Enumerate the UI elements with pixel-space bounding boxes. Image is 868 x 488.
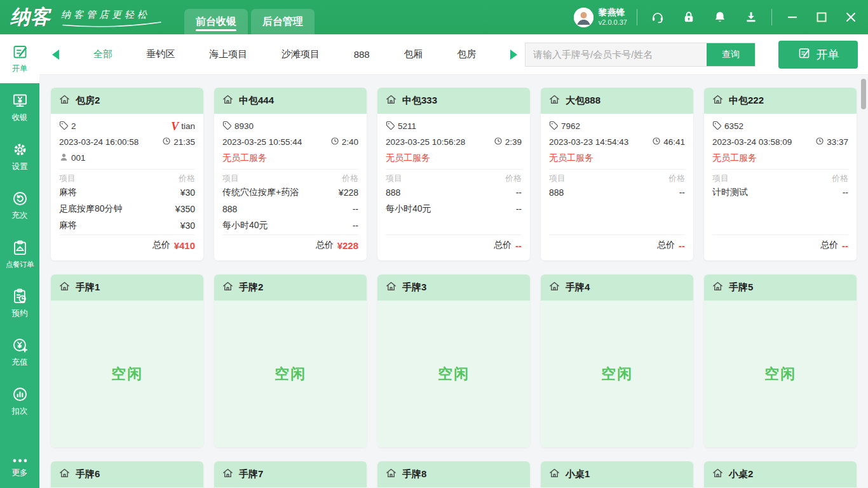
maximize-icon[interactable] bbox=[815, 10, 829, 24]
card-header: 手牌6 bbox=[51, 461, 203, 487]
tab-back-management[interactable]: 后台管理 bbox=[251, 9, 315, 34]
house-icon bbox=[712, 280, 724, 295]
room-card-idle[interactable]: 手牌2 空闲 bbox=[214, 274, 367, 447]
card-header: 手牌7 bbox=[214, 461, 367, 487]
service-warning: 无员工服务 bbox=[222, 150, 358, 166]
room-card-idle[interactable]: 手牌8 空闲 bbox=[377, 461, 530, 488]
sidebar-item-settings[interactable]: 设置 bbox=[0, 132, 39, 181]
house-icon bbox=[222, 93, 234, 108]
search-button[interactable]: 查询 bbox=[707, 43, 755, 66]
item-price: -- bbox=[353, 204, 358, 214]
slogan: 纳客管店更轻松 bbox=[61, 8, 163, 27]
room-card-idle[interactable]: 手牌1 空闲 bbox=[51, 274, 203, 447]
search-input[interactable] bbox=[526, 43, 707, 66]
room-card-idle[interactable]: 小桌2 空闲 bbox=[704, 461, 857, 488]
app-version: v2.0.0.37 bbox=[599, 18, 627, 27]
room-name: 手牌1 bbox=[76, 281, 100, 294]
user-account[interactable]: 黎燕锋 v2.0.0.37 bbox=[574, 7, 627, 27]
category-tab[interactable]: 垂钓区 bbox=[146, 48, 175, 60]
room-name: 大包888 bbox=[566, 95, 600, 107]
sidebar-item-label: 扣次 bbox=[12, 406, 28, 417]
tab-front-cashier[interactable]: 前台收银 bbox=[184, 9, 248, 34]
column-price: 价格 bbox=[179, 173, 195, 184]
category-tab[interactable]: 包房 bbox=[457, 48, 476, 60]
item-name: 足底按摩80分钟 bbox=[59, 203, 123, 215]
room-card-occupied[interactable]: 中包333 5211 2023-03-25 10:56:28 2:39 无员工服… bbox=[377, 88, 530, 261]
order-item-row: 麻将 ¥30 bbox=[59, 184, 195, 201]
category-tab[interactable]: 888 bbox=[354, 49, 370, 60]
scroll-right-icon[interactable] bbox=[510, 50, 517, 60]
item-name: 计时测试 bbox=[712, 187, 748, 198]
start-time: 2023-03-23 14:54:43 bbox=[549, 137, 628, 147]
scroll-left-icon[interactable] bbox=[52, 50, 59, 60]
top-up-icon bbox=[11, 337, 29, 354]
item-price: -- bbox=[843, 187, 848, 198]
house-icon bbox=[58, 93, 71, 108]
sidebar-item-recharge-times[interactable]: 充次 bbox=[0, 181, 39, 230]
room-name: 小桌1 bbox=[566, 468, 590, 480]
room-card-occupied[interactable]: 包房2 2 V tian 2023-03-24 16:00:58 21:35 bbox=[51, 88, 203, 261]
sidebar-item-open-bill[interactable]: 开单 bbox=[0, 34, 39, 83]
room-card-idle[interactable]: 手牌5 空闲 bbox=[704, 274, 857, 447]
item-price: -- bbox=[516, 187, 522, 198]
sidebar-item-label: 收银 bbox=[12, 112, 28, 123]
category-tab[interactable]: 沙滩项目 bbox=[281, 48, 320, 60]
category-tab[interactable]: 海上项目 bbox=[209, 48, 247, 60]
sidebar-item-more[interactable]: 更多 bbox=[0, 447, 39, 488]
room-card-idle[interactable]: 手牌3 空闲 bbox=[377, 274, 530, 447]
category-tab[interactable]: 包厢 bbox=[403, 48, 423, 60]
open-bill-button[interactable]: 开单 bbox=[778, 41, 858, 69]
sidebar-item-label: 更多 bbox=[12, 468, 28, 478]
divider bbox=[771, 9, 772, 25]
column-price: 价格 bbox=[832, 173, 848, 184]
card-header: 手牌5 bbox=[704, 274, 857, 301]
close-icon[interactable] bbox=[844, 10, 858, 24]
idle-status-label: 空闲 bbox=[764, 364, 796, 384]
room-card-occupied[interactable]: 大包888 7962 2023-03-23 14:54:43 46:41 无员工… bbox=[541, 88, 693, 261]
room-card-idle[interactable]: 手牌6 空闲 bbox=[51, 461, 203, 488]
order-items: 888 -- 每小时40元 -- bbox=[386, 184, 522, 234]
room-card-idle[interactable]: 手牌7 空闲 bbox=[214, 461, 367, 488]
room-card-occupied[interactable]: 中包444 8930 2023-03-25 10:55:44 2:40 无员工服… bbox=[214, 88, 367, 261]
category-tabs: 全部 垂钓区 海上项目 沙滩项目 888 包厢 包房 bbox=[52, 48, 517, 60]
hand-tag-number: 8930 bbox=[234, 121, 254, 131]
total-label: 总价 bbox=[316, 240, 334, 251]
category-tab-all[interactable]: 全部 bbox=[93, 48, 112, 60]
scrollbar-thumb[interactable] bbox=[861, 79, 866, 109]
house-icon bbox=[222, 467, 234, 482]
more-icon bbox=[11, 457, 29, 464]
house-icon bbox=[548, 280, 560, 295]
tag-icon bbox=[712, 121, 722, 132]
order-item-row: 传统穴位按摩+药浴 ¥228 bbox=[222, 184, 358, 201]
card-header: 手牌8 bbox=[377, 461, 530, 487]
room-card-occupied[interactable]: 中包222 6352 2023-03-24 03:58:09 33:37 无员工… bbox=[704, 88, 857, 261]
sidebar-item-top-up[interactable]: 充值 bbox=[0, 328, 39, 377]
open-bill-icon bbox=[797, 46, 811, 63]
service-warning: 无员工服务 bbox=[549, 150, 685, 166]
minimize-icon[interactable] bbox=[785, 10, 799, 24]
scrollbar-track[interactable] bbox=[859, 75, 867, 488]
lock-icon[interactable] bbox=[678, 6, 700, 28]
sidebar: 开单 收银 设置 充次 点餐订单 预约 充值 扣次 bbox=[0, 34, 39, 488]
room-card-idle[interactable]: 小桌1 空闲 bbox=[541, 461, 693, 488]
user-name: 黎燕锋 bbox=[599, 7, 627, 18]
sidebar-item-deduct-times[interactable]: 扣次 bbox=[0, 377, 39, 426]
sidebar-item-cashier[interactable]: 收银 bbox=[0, 83, 39, 132]
bell-icon[interactable] bbox=[709, 6, 731, 28]
sidebar-item-food-order[interactable]: 点餐订单 bbox=[0, 230, 39, 279]
total-value: ¥410 bbox=[174, 240, 195, 251]
tag-icon bbox=[549, 121, 559, 132]
slogan-swoosh-line bbox=[61, 22, 163, 27]
column-item: 项目 bbox=[222, 173, 239, 184]
support-icon[interactable] bbox=[647, 6, 668, 28]
start-time: 2023-03-24 16:00:58 bbox=[59, 137, 139, 147]
house-icon bbox=[712, 467, 724, 482]
elapsed-duration: 2:39 bbox=[505, 137, 522, 147]
download-icon[interactable] bbox=[740, 6, 762, 28]
sidebar-item-reservation[interactable]: 预约 bbox=[0, 279, 39, 328]
room-card-idle[interactable]: 手牌4 空闲 bbox=[541, 274, 693, 447]
sidebar-item-label: 充次 bbox=[12, 210, 28, 221]
clock-icon bbox=[815, 137, 824, 147]
card-header: 手牌2 bbox=[214, 274, 367, 301]
hand-tag-number: 5211 bbox=[398, 121, 416, 131]
